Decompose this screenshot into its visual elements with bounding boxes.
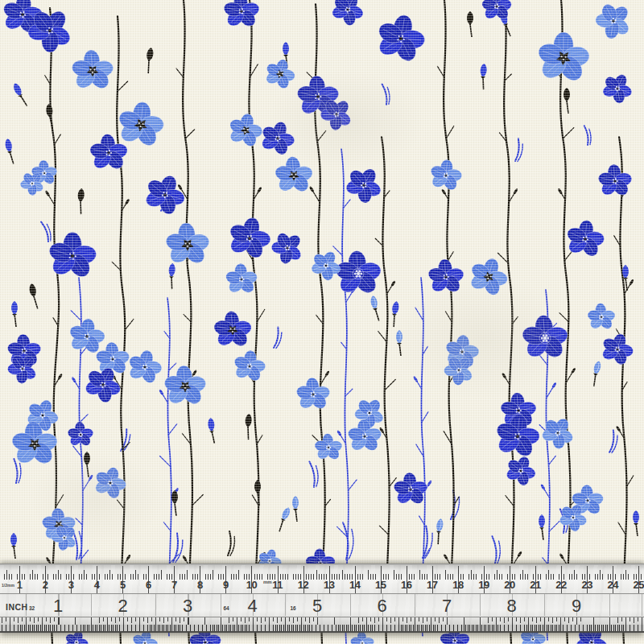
thirtysecond-inch-ticks [0,625,644,631]
grass-blade [451,490,460,520]
flower-bud [254,480,261,506]
stem-twig [163,522,171,531]
stem-twig [437,66,444,77]
flax-flower-royal-blue [255,116,300,160]
flax-flower-light-blue [534,29,592,86]
stem-twig [379,526,388,535]
flower-bud [369,295,380,322]
ruler-cm-number: 9 [223,579,229,591]
ruler-cm-number: 16 [401,579,411,591]
flax-flower-light-blue [427,156,465,194]
stem-twig [76,518,83,525]
ruler-cm-number: 7 [171,579,177,591]
stem-twig [563,128,573,138]
stem-twig [185,130,194,138]
ruler-cm-number: 4 [94,579,100,591]
stem-twig [80,415,89,423]
stem-twig [626,476,633,487]
stem-twig [125,320,134,330]
stem-twig [497,253,508,263]
stem-twig [341,342,347,349]
flax-flower-royal-blue [597,328,639,370]
ruler-cm-number: 18 [452,579,463,591]
ruler-cm-number: 23 [581,579,592,591]
flax-flower-light-blue [114,97,169,151]
inch-fraction-label: 16 [290,605,295,611]
stem-twig [448,252,453,261]
flax-flower-light-blue [349,631,374,644]
stem-twig [257,436,262,444]
flax-flower-light-blue [230,347,269,385]
ruler-cm-number: 14 [349,579,360,591]
flax-flower-royal-blue [370,9,431,68]
stem-twig [349,480,357,490]
grass-blade [492,535,502,564]
flax-flower-light-blue [464,252,514,302]
stem-twig [118,500,125,509]
grass-blade [584,125,592,145]
ruler-inch-number: 1 [53,596,63,617]
mm-unit-label: mm [263,580,272,584]
stem-twig [184,315,191,322]
flower-bud [479,64,488,90]
stem-twig [385,379,395,390]
ruler-inch-number: 7 [442,596,452,617]
flower-stem [50,8,59,644]
stem-twig [345,389,353,396]
ruler-cm-number: 17 [427,579,437,591]
grass-blade [382,83,392,105]
flax-flower-light-blue [295,377,331,411]
ruler-cm-number: 24 [607,579,617,591]
flower-bud [292,496,299,522]
stem-twig [618,522,625,535]
ruler-cm-number: 13 [324,579,334,591]
ruler-cm-number: 20 [504,579,514,591]
ruler-inch-number: 5 [312,596,322,617]
ruler-inch-number: 8 [506,596,516,617]
flax-flower-light-blue [587,303,616,331]
ruler-cm-number: 8 [197,579,203,591]
grass-blade [228,531,235,555]
stem-twig [549,456,556,464]
stem-twig [316,315,324,324]
stem-twig [506,496,514,506]
flower-bud [467,11,473,37]
quarter-inch-ticks [0,617,644,625]
flower-bud [396,330,402,356]
stem-twig [549,521,559,531]
stem-twig [614,236,621,246]
flax-flower-light-blue [163,365,208,407]
floral-fabric-print [0,0,644,644]
sixteenth-inch-ticks [0,617,644,621]
flax-flower-royal-blue [521,315,569,361]
flower-bud [10,533,17,559]
stem-twig [375,238,382,246]
flax-flower-royal-blue [597,163,633,198]
ruler-cm-number: 25 [634,579,644,591]
flower-bud [244,414,253,440]
inch-label: INCH [6,602,28,612]
ruler-divider-line [0,617,644,617]
flower-bud [76,188,85,215]
stem-twig [192,495,203,506]
stem-twig [445,312,452,322]
stem-twig [257,309,264,321]
half-mm-label: 1/2mm [2,583,14,588]
stem-twig [415,308,423,320]
flax-flower-light-blue [10,421,59,468]
flower-bud [171,490,178,516]
stem-twig [317,131,326,142]
stem-twig [81,550,89,559]
flower-bud [589,361,602,387]
flax-flower-royal-blue [481,0,512,22]
ruler-cm-number: 2 [43,579,48,591]
ruler-cm-number: 3 [68,579,74,591]
flax-flower-royal-blue [264,225,310,271]
flower-bud [564,88,570,114]
inch-graduation-label: 32 [29,605,35,611]
steel-ruler: 1/2mm mm INCH 32 12345678910111213141516… [0,564,644,633]
ruler-inch-number: 3 [183,596,192,617]
stem-twig [343,200,350,208]
ruler-cm-number: 1 [17,579,23,591]
stem-twig [378,332,387,342]
